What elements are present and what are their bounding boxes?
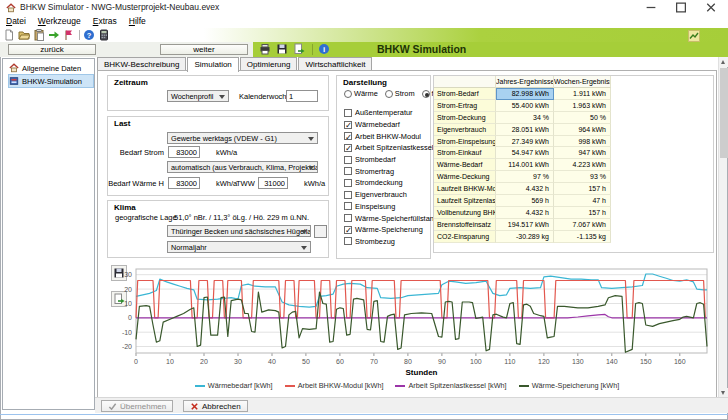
result-woche-value[interactable]: 947 kWh [554,147,611,159]
result-woche-value[interactable]: 47 h [554,195,611,207]
tab-wirtschaftlichkeit[interactable]: Wirtschaftlichkeit [298,57,372,71]
paste-icon[interactable] [33,29,45,41]
legend-item-w-rmebedarf-kwh: Wärmebedarf [kWh] [195,381,273,390]
climate-map-button[interactable] [314,225,327,238]
checkbox-arbeit-bhkw-modul[interactable]: Arbeit BHKW-Modul [344,130,438,142]
sidebar-item-bhkw-simulation[interactable]: BHKW-Simulation [9,75,93,87]
checkbox-strombedarf[interactable]: Strombedarf [344,154,438,166]
result-jahr-value[interactable]: 569 h [496,195,554,207]
checkbox-eigenverbrauch[interactable]: Eigenverbrauch [344,189,438,201]
result-jahr-value[interactable]: 55.400 kWh [496,100,554,112]
profil-select[interactable]: Wochenprofil [167,90,229,102]
checkbox-stromertrag[interactable]: Stromertrag [344,165,438,177]
result-woche-value[interactable]: 964 kWh [554,124,611,136]
radio-w-rme[interactable]: Wärme [344,89,378,98]
result-woche-value[interactable]: 157 h [554,183,611,195]
menu-extras[interactable]: Extras [87,15,123,28]
results-panel: Jahres-Ergebnisse Wochen-Ergebnisse Stro… [433,75,714,253]
checkbox-w-rme-speicherf-llstand[interactable]: Wärme-Speicherfüllstand [344,212,438,224]
open-folder-icon[interactable] [18,29,30,41]
tab-optimierung[interactable]: Optimierung [240,57,298,71]
import-arrow-icon[interactable] [48,29,60,41]
checkbox-einspeisung[interactable]: Einspeisung [344,201,438,213]
checkbox-au-entemperatur[interactable]: Außentemperatur [344,107,438,119]
mode-radio-group: WärmeStromfrei [344,89,442,98]
result-woche-value[interactable]: 50 % [554,112,611,124]
scrollbar-thumb[interactable] [720,68,728,158]
checkbox-stromdeckung[interactable]: Stromdeckung [344,177,438,189]
result-jahr-value[interactable]: 28.051 kWh [496,124,554,136]
result-woche-value[interactable]: 998 kWh [554,136,611,148]
edit-strom-icon[interactable] [203,147,213,157]
result-jahr-value[interactable]: 34 % [496,112,554,124]
vertical-scrollbar[interactable] [718,57,727,398]
result-jahr-value[interactable]: 54.947 kWh [496,147,554,159]
stromprofil-select[interactable]: Gewerbe werktags (VDEW - G1) [167,132,318,144]
scroll-up-icon[interactable] [719,57,728,67]
result-woche-value[interactable]: 4.223 kWh [554,159,611,171]
menu-werkzeuge[interactable]: Werkzeuge [32,15,87,28]
maximize-icon[interactable] [666,0,696,15]
result-woche-value[interactable]: 1.963 kWh [554,100,611,112]
svg-text:0: 0 [128,314,132,321]
result-jahr-value[interactable]: 4.432 h [496,207,554,219]
checkbox-w-rmebedarf[interactable]: Wärmebedarf [344,119,438,131]
flag-icon[interactable] [63,29,75,41]
result-label: Strom-Deckung [434,112,496,124]
result-woche-value[interactable]: -1.135 kg [554,231,611,243]
sidebar-item-allgemeine-daten[interactable]: Allgemeine Daten [9,62,93,74]
result-row-eigenverbrauch: Eigenverbrauch 28.051 kWh 964 kWh [434,124,611,136]
export-icon[interactable] [293,43,305,55]
checkbox-arbeit-spitzenlastkessel[interactable]: Arbeit Spitzenlastkessel [344,142,438,154]
result-jahr-value[interactable]: 114.001 kWh [496,159,554,171]
result-jahr-value[interactable]: 4.432 h [496,183,554,195]
back-button[interactable]: zurück [8,44,96,55]
result-woche-value[interactable]: 7.067 kWh [554,219,611,231]
help-icon[interactable]: ? [83,29,95,41]
tab-bhkw-beschreibung[interactable]: BHKW-Beschreibung [97,57,186,71]
result-woche-value[interactable]: 1.911 kWh [554,88,611,100]
result-jahr-value[interactable]: 194.517 kWh [496,219,554,231]
result-jahr-value[interactable]: -30.289 kg [496,231,554,243]
title-bar: BHKW Simulator - NWG-Musterprojekt-Neuba… [0,0,728,15]
result-jahr-value[interactable]: 97 % [496,171,554,183]
info-icon[interactable]: i [318,43,330,55]
kalenderwoche-input[interactable] [286,90,318,102]
waermeprofil-select[interactable]: automatisch (aus Verbrauch, Klima, Proje… [167,161,318,173]
print-icon[interactable] [259,43,271,55]
tww-unit-label: kWh/a [304,179,325,189]
edit-tww-icon[interactable] [291,178,301,188]
tab-bar: BHKW-BeschreibungSimulationOptimierungWi… [97,56,373,71]
chart-mini-icon[interactable] [688,30,700,42]
checkbox-icon [344,237,352,245]
result-woche-value[interactable]: 157 h [554,207,611,219]
radio-strom[interactable]: Strom [385,89,415,98]
result-jahr-value[interactable]: 82.998 kWh [496,88,554,100]
legend-item-arbeit-bhkw-modul-kwh: Arbeit BHKW-Modul [kWh] [285,381,384,390]
bedarf-strom-input[interactable] [168,146,200,158]
apply-button[interactable]: Übernehmen [101,400,173,412]
cancel-button[interactable]: Abbrechen [183,400,248,412]
checkbox-strombezug[interactable]: Strombezug [344,236,438,248]
result-woche-value[interactable]: 93 % [554,171,611,183]
last-groupbox: Last Gewerbe werktags (VDEW - G1) Bedarf… [107,116,329,196]
region-select[interactable]: Thüringer Becken und sächsisches Hügella… [167,225,311,237]
window-bottom-border [0,414,728,415]
result-jahr-value[interactable]: 27.349 kWh [496,136,554,148]
bedarf-waerme-input[interactable] [168,177,200,189]
menu-datei[interactable]: Datei [0,15,32,28]
tab-simulation[interactable]: Simulation [187,57,238,72]
result-label: Strom-Einspeisung [434,136,496,148]
minimize-icon[interactable] [636,0,666,15]
save-icon[interactable] [276,43,288,55]
calculator-icon[interactable] [98,29,110,41]
jahr-select[interactable]: Normaljahr [167,241,311,253]
window-controls [636,0,726,15]
new-document-icon[interactable] [3,29,15,41]
edit-waerme-icon[interactable] [203,178,213,188]
next-button[interactable]: weiter [160,44,248,55]
checkbox-w-rme-speicherung[interactable]: Wärme-Speicherung [344,224,438,236]
close-icon[interactable] [696,0,726,15]
tww-input[interactable] [258,177,288,189]
menu-hilfe[interactable]: Hilfe [123,15,152,28]
